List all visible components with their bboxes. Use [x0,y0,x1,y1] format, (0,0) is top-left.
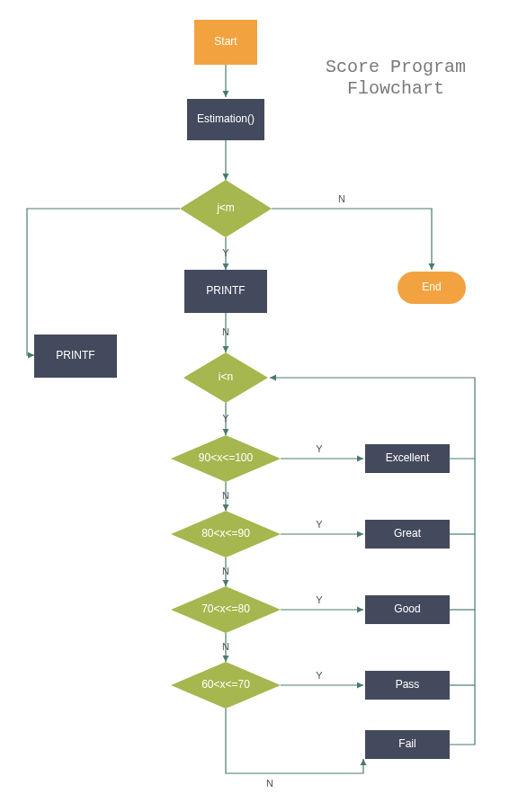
label-cond1-y: Y [316,443,323,454]
label-in-y: Y [222,413,229,424]
node-pass-label: Pass [396,678,420,691]
label-cond3-y: Y [316,594,323,605]
node-fail-label: Fail [398,737,415,750]
node-excellent-label: Excellent [386,451,430,464]
node-good-label: Good [394,602,420,615]
label-cond2-y: Y [316,519,323,530]
edge-cond4-fail [226,709,363,773]
node-printf1-label: PRINTF [206,284,245,297]
node-cond3-label: 70<x<=80 [201,602,250,615]
node-printf2-label: PRINTF [56,349,94,361]
node-great-label: Great [394,527,422,540]
label-cond3-n: N [222,641,229,652]
node-cond4-label: 60<x<=70 [201,678,250,691]
title-line1: Score Program [326,57,466,77]
label-jm-y: Y [222,247,229,258]
label-cond2-n: N [222,566,229,576]
label-cond4-y: Y [316,670,323,681]
label-printf1-n: N [222,326,229,337]
node-start-label: Start [214,35,237,48]
node-estimation-label: Estimation() [197,112,255,125]
node-in-label: i<n [219,370,233,383]
edge-jm-end [272,209,432,270]
label-cond1-n: N [222,490,229,501]
node-end-label: End [422,281,441,293]
label-jm-n: N [338,193,345,204]
node-cond2-label: 80<x<=90 [201,527,250,540]
title-line2: Flowchart [347,78,444,99]
flowchart-canvas: Score Program Flowchart Start Estimation… [0,0,527,812]
node-cond1-label: 90<x<=100 [199,451,254,464]
edge-jm-printf2 [27,209,180,355]
label-cond4-n: N [266,778,273,789]
node-jm-label: j<m [216,201,235,214]
edge-fail-loop [450,459,475,745]
